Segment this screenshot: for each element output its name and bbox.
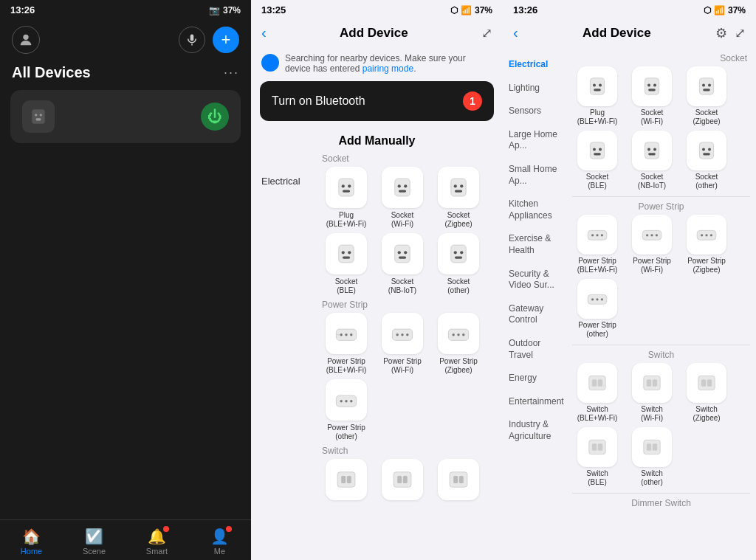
- sidebar-item-kitchen[interactable]: Kitchen Appliances: [503, 193, 569, 227]
- pstrip-ble-wifi-label: Power Strip(BLE+Wi-Fi): [326, 357, 367, 375]
- device-pstrip-ble-wifi[interactable]: Power Strip(BLE+Wi-Fi): [320, 313, 372, 375]
- sidebar-item-gateway[interactable]: Gateway Control: [503, 297, 569, 332]
- svg-point-24: [404, 251, 407, 254]
- p3-pstrip-other[interactable]: Power Strip(other): [572, 279, 622, 339]
- p3-pstrip-wifi-icon: [632, 215, 672, 255]
- svg-rect-13: [399, 190, 406, 192]
- settings-icon-p3[interactable]: ⚙: [715, 25, 727, 41]
- p3-pstrip-zigbee-label: Power Strip(Zigbee): [687, 257, 726, 274]
- p3-switch-zigbee[interactable]: Switch(Zigbee): [681, 363, 732, 423]
- panel3-top-header: ‹ Add Device ⚙ ⤢: [503, 20, 756, 47]
- device-plug-ble-wifi[interactable]: Plug(BLE+Wi-Fi): [320, 167, 372, 229]
- all-devices-header: All Devices ···: [0, 64, 251, 90]
- p3-socket-wifi[interactable]: Socket(Wi-Fi): [627, 66, 677, 126]
- svg-rect-49: [347, 476, 351, 483]
- socket-other-label: Socket(other): [447, 277, 470, 295]
- svg-rect-17: [455, 190, 462, 192]
- sidebar-item-lighting[interactable]: Lighting: [503, 77, 569, 100]
- svg-rect-109: [647, 443, 651, 451]
- p3-socket-other[interactable]: Socket(other): [681, 131, 732, 190]
- svg-point-19: [342, 251, 345, 254]
- panel-all-devices: 13:26 📷 37% + All Devices ··· ⏻: [0, 0, 251, 560]
- p3-socket-ble[interactable]: Socket(BLE): [572, 131, 622, 190]
- sidebar-item-exercise[interactable]: Exercise & Health: [503, 227, 569, 262]
- sidebar-item-entertainment[interactable]: Entertainment: [503, 390, 569, 414]
- svg-rect-47: [337, 472, 355, 487]
- socket-nbiot-icon: [382, 233, 423, 274]
- category-electrical: Electrical Socket Plug(BLE+Wi: [261, 153, 492, 508]
- sidebar-item-energy[interactable]: Energy: [503, 367, 569, 390]
- svg-point-62: [653, 83, 656, 86]
- nav-me[interactable]: 👤 Me: [188, 525, 251, 559]
- svg-rect-99: [644, 376, 660, 390]
- device-switch-p2[interactable]: [377, 459, 428, 503]
- p3-pstrip-wifi[interactable]: Power Strip(Wi-Fi): [627, 215, 677, 274]
- battery-panel3: 37%: [728, 5, 746, 15]
- svg-point-66: [708, 83, 711, 86]
- p3-socket-nbiot-label: Socket(NB-IoT): [638, 173, 666, 190]
- svg-rect-51: [397, 476, 402, 483]
- svg-point-31: [340, 333, 343, 336]
- device-pstrip-wifi[interactable]: Power Strip(Wi-Fi): [377, 313, 428, 375]
- p3-switch-other[interactable]: Switch(other): [627, 427, 677, 487]
- section-socket-label: Socket: [572, 53, 750, 63]
- p3-socket-other-icon: [687, 131, 726, 170]
- svg-point-93: [591, 298, 594, 300]
- p3-socket-ble-icon: [577, 131, 617, 170]
- switch-p1-icon: [326, 459, 367, 500]
- bluetooth-banner[interactable]: Turn on Bluetooth 1: [260, 81, 494, 121]
- add-button[interactable]: +: [213, 27, 239, 53]
- panel2-top-header: ‹ Add Device ⤢: [251, 20, 503, 47]
- p3-socket-zigbee[interactable]: Socket(Zigbee): [681, 66, 732, 126]
- sidebar-item-industry[interactable]: Industry & Agriculture: [503, 413, 569, 448]
- section-powerstrip-label: Power Strip: [572, 201, 750, 212]
- device-socket-zigbee[interactable]: Socket(Zigbee): [433, 167, 484, 229]
- socket-zigbee-label: Socket(Zigbee): [444, 211, 472, 229]
- p3-switch-ble-wifi[interactable]: Switch(BLE+Wi-Fi): [572, 363, 622, 423]
- p3-socket-ble-label: Socket(BLE): [586, 173, 609, 190]
- pairing-mode-link[interactable]: pairing mode: [362, 63, 413, 74]
- svg-rect-67: [703, 89, 710, 91]
- device-socket-wifi[interactable]: Socket(Wi-Fi): [377, 167, 428, 229]
- p3-switch-zigbee-icon: [687, 363, 726, 403]
- p3-socket-nbiot[interactable]: Socket(NB-IoT): [627, 131, 677, 190]
- nav-smart[interactable]: 🔔 Smart: [126, 525, 188, 559]
- switch-devices-row1: [320, 459, 492, 503]
- sidebar-item-security[interactable]: Security & Video Sur...: [503, 263, 569, 297]
- svg-rect-50: [394, 472, 411, 487]
- sidebar-item-small-home[interactable]: Small Home Ap...: [503, 158, 569, 193]
- p3-switch-ble[interactable]: Switch(BLE): [572, 427, 622, 487]
- device-socket-ble[interactable]: Socket(BLE): [320, 233, 372, 295]
- p3-switch-wifi-label: Switch(Wi-Fi): [641, 405, 663, 423]
- p3-pstrip-zigbee[interactable]: Power Strip(Zigbee): [681, 215, 732, 274]
- device-pstrip-zigbee[interactable]: Power Strip(Zigbee): [433, 313, 484, 375]
- mic-button[interactable]: [179, 27, 205, 53]
- device-socket-nbiot[interactable]: Socket(NB-IoT): [377, 233, 428, 295]
- power-button[interactable]: ⏻: [201, 103, 229, 131]
- more-options-button[interactable]: ···: [224, 65, 239, 80]
- device-switch-p1[interactable]: [320, 459, 372, 503]
- p3-pstrip-zigbee-icon: [687, 215, 726, 255]
- sidebar-item-sensors[interactable]: Sensors: [503, 100, 569, 123]
- back-button[interactable]: ‹: [261, 24, 267, 41]
- device-socket-other[interactable]: Socket(other): [433, 233, 484, 295]
- p3-plug-ble-wifi[interactable]: Plug(BLE+Wi-Fi): [572, 66, 622, 126]
- device-card[interactable]: ⏻: [10, 90, 241, 143]
- p3-switch-ble-icon: [577, 427, 617, 467]
- p3-pstrip-ble-wifi[interactable]: Power Strip(BLE+Wi-Fi): [572, 215, 622, 274]
- nav-scene[interactable]: ☑️ Scene: [63, 525, 126, 559]
- device-pstrip-other[interactable]: Power Strip(other): [320, 379, 372, 441]
- expand-icon-p3[interactable]: ⤢: [735, 25, 746, 41]
- avatar[interactable]: [12, 26, 40, 54]
- svg-rect-25: [399, 256, 406, 258]
- panel2-scroll-content[interactable]: Electrical Socket Plug(BLE+Wi: [251, 153, 503, 560]
- device-switch-p3[interactable]: [433, 459, 484, 503]
- sidebar-item-large-home[interactable]: Large Home Ap...: [503, 123, 569, 158]
- svg-rect-105: [589, 440, 605, 454]
- back-button-p3[interactable]: ‹: [513, 24, 518, 41]
- expand-button[interactable]: ⤢: [481, 25, 492, 41]
- nav-home[interactable]: 🏠 Home: [0, 525, 63, 559]
- sidebar-item-electrical[interactable]: Electrical: [503, 53, 569, 77]
- p3-switch-wifi[interactable]: Switch(Wi-Fi): [627, 363, 677, 423]
- sidebar-item-outdoor[interactable]: Outdoor Travel: [503, 332, 569, 367]
